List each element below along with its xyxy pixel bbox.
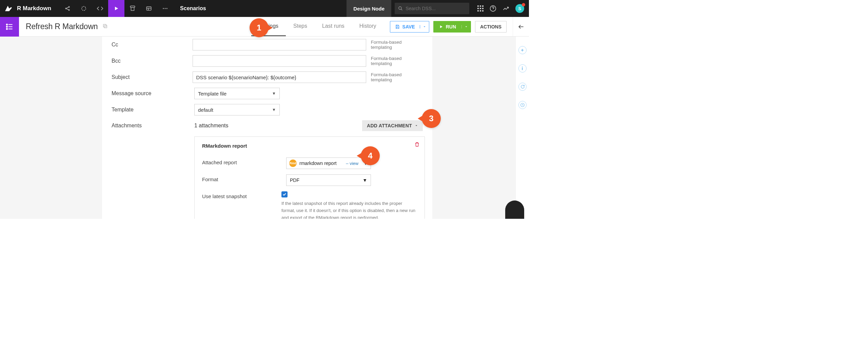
cc-input[interactable] — [193, 39, 366, 50]
row-bcc: Bcc Formula-based templating — [112, 53, 423, 69]
row-template: Template default ▼ — [112, 102, 423, 118]
subject-label: Subject — [112, 74, 193, 80]
save-icon — [395, 24, 400, 29]
play-icon — [439, 25, 443, 29]
message-source-value: Template file — [198, 91, 226, 97]
template-label: Template — [112, 107, 194, 113]
bcc-input[interactable] — [193, 55, 366, 67]
template-value: default — [198, 107, 213, 113]
svg-point-7 — [166, 8, 167, 9]
format-value: PDF — [290, 177, 299, 183]
right-rail: + i — [515, 37, 529, 219]
settings-panel: Cc Formula-based templating Bcc Formula-… — [102, 37, 432, 219]
subject-hint: Formula-based templating — [371, 72, 423, 82]
copy-icon[interactable] — [102, 23, 108, 30]
message-source-select[interactable]: Template file ▼ — [194, 88, 280, 99]
snapshot-label: Use latest snapshot — [202, 191, 281, 199]
row-cc: Cc Formula-based templating — [112, 37, 423, 53]
chevron-down-icon: ▼ — [362, 177, 367, 183]
cc-hint: Formula-based templating — [371, 40, 423, 50]
snapshot-help-text: If the latest snapshot of this report al… — [281, 200, 417, 219]
breadcrumb-scenarios[interactable]: Scenarios — [173, 5, 213, 12]
back-arrow-icon[interactable] — [513, 17, 529, 36]
chevron-down-icon: ▼ — [272, 91, 276, 96]
content-wrap: Cc Formula-based templating Bcc Formula-… — [19, 37, 515, 219]
svg-rect-14 — [103, 24, 106, 27]
svg-point-11 — [6, 26, 7, 27]
row-format: Format PDF ▼ — [202, 172, 417, 189]
svg-point-12 — [6, 28, 7, 29]
help-icon[interactable] — [490, 5, 496, 12]
row-use-latest-snapshot: Use latest snapshot If the latest snapsh… — [202, 189, 417, 219]
svg-point-2 — [68, 9, 70, 10]
run-button[interactable]: RUN — [433, 21, 471, 33]
row-subject: Subject Formula-based templating — [112, 69, 423, 85]
code-icon[interactable] — [92, 0, 108, 17]
rmd-badge-icon: Rmd — [289, 160, 297, 167]
run-play-icon[interactable] — [108, 0, 124, 17]
snapshot-checkbox[interactable] — [281, 191, 288, 197]
chat-fab-icon[interactable] — [505, 200, 524, 219]
cycle-icon[interactable] — [76, 0, 92, 17]
attachments-count: 1 attachments — [194, 123, 229, 129]
svg-point-1 — [68, 6, 70, 7]
add-attachment-label: ADD ATTACHMENT — [367, 123, 412, 128]
cc-label: Cc — [112, 42, 193, 48]
apps-grid-icon[interactable] — [477, 5, 484, 12]
attached-report-label: Attached report — [202, 157, 286, 165]
svg-point-0 — [65, 8, 66, 9]
annotation-callout-3: 3 — [422, 109, 441, 128]
flow-nav-icons — [59, 0, 173, 17]
scenario-title: Refresh R Markdown — [19, 22, 104, 31]
run-label: RUN — [446, 24, 456, 29]
annotation-callout-1: 1 — [250, 18, 269, 37]
rail-info-icon[interactable]: i — [518, 64, 527, 72]
dashboard-icon[interactable] — [141, 0, 157, 17]
run-dropdown[interactable] — [461, 25, 471, 28]
svg-point-3 — [82, 6, 86, 10]
svg-point-5 — [163, 8, 164, 9]
svg-rect-13 — [104, 25, 107, 28]
delete-attachment-icon[interactable] — [414, 142, 420, 148]
rail-clock-icon[interactable] — [518, 101, 527, 109]
chevron-down-icon: ▼ — [272, 107, 276, 112]
tab-last-runs[interactable]: Last runs — [315, 17, 352, 36]
row-message-source: Message source Template file ▼ — [112, 85, 423, 102]
add-attachment-button[interactable]: ADD ATTACHMENT — [362, 120, 423, 131]
message-source-label: Message source — [112, 90, 194, 97]
attachments-label: Attachments — [112, 123, 194, 129]
bcc-label: Bcc — [112, 58, 193, 64]
sidebar-toggle-icon[interactable] — [0, 17, 19, 37]
more-icon[interactable] — [157, 0, 173, 17]
annotation-callout-4: 4 — [361, 146, 380, 165]
svg-point-6 — [165, 8, 166, 9]
row-attached-report: Attached report Rmd rmarkdown report – v… — [202, 155, 417, 172]
format-select[interactable]: PDF ▼ — [286, 174, 371, 186]
save-dropdown[interactable] — [420, 25, 429, 28]
app-logo-icon[interactable] — [0, 0, 17, 17]
tab-history[interactable]: History — [352, 17, 384, 36]
stack-icon[interactable] — [124, 0, 141, 17]
attachment-card-title: RMarkdown report — [202, 143, 417, 149]
share-icon[interactable] — [59, 0, 76, 17]
view-report-link[interactable]: – view — [346, 161, 358, 166]
project-name[interactable]: R Markdown — [17, 5, 51, 12]
attached-report-value: rmarkdown report — [299, 161, 337, 166]
trend-icon[interactable] — [502, 5, 509, 12]
save-label: SAVE — [402, 24, 415, 29]
scenario-action-buttons: SAVE RUN ACTIONS — [384, 21, 513, 33]
save-button[interactable]: SAVE — [390, 21, 429, 33]
design-node-label[interactable]: Design Node — [347, 0, 391, 17]
template-select[interactable]: default ▼ — [194, 104, 280, 115]
rail-add-icon[interactable]: + — [518, 46, 527, 54]
main-area: Cc Formula-based templating Bcc Formula-… — [0, 37, 529, 219]
rail-chat-icon[interactable] — [518, 83, 527, 91]
tab-steps[interactable]: Steps — [286, 17, 315, 36]
attachment-card: RMarkdown report Attached report Rmd rma… — [194, 136, 425, 219]
left-gutter — [0, 37, 19, 219]
subject-input[interactable] — [193, 71, 366, 83]
bcc-hint: Formula-based templating — [371, 56, 423, 66]
actions-button[interactable]: ACTIONS — [475, 21, 507, 33]
user-avatar[interactable]: S — [515, 4, 524, 13]
row-attachments: Attachments 1 attachments ADD ATTACHMENT — [112, 118, 423, 136]
